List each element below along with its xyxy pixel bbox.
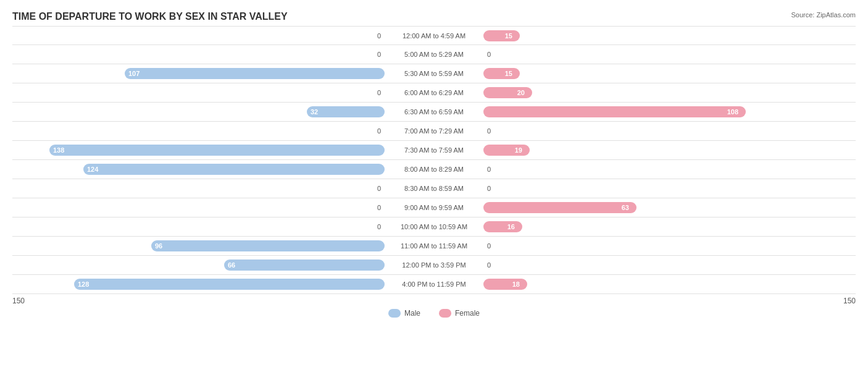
time-label: 7:00 AM to 7:29 AM: [385, 127, 483, 135]
time-label: 4:00 PM to 11:59 PM: [385, 281, 483, 288]
right-section: 0: [483, 45, 856, 64]
left-section: 0: [12, 83, 385, 102]
male-zero-value: 0: [377, 185, 381, 192]
male-bar-value: 66: [224, 261, 239, 269]
female-bar: 108: [483, 106, 746, 117]
female-bar: 63: [483, 202, 636, 213]
male-bar-value: 107: [125, 70, 143, 77]
right-section: 0: [483, 237, 856, 255]
axis-right-value: 150: [483, 297, 856, 305]
male-bar: 138: [49, 145, 385, 156]
right-section: 19: [483, 141, 856, 159]
female-zero-value: 0: [487, 261, 491, 269]
female-bar: 16: [483, 221, 522, 232]
chart-container: TIME OF DEPARTURE TO WORK BY SEX IN STAR…: [0, 0, 868, 367]
male-bar: 32: [307, 106, 385, 117]
axis-labels: 150 150: [12, 297, 856, 305]
chart-area: 012:00 AM to 4:59 AM1505:00 AM to 5:29 A…: [12, 26, 856, 294]
time-label: 9:00 AM to 9:59 AM: [385, 204, 483, 211]
chart-title: TIME OF DEPARTURE TO WORK BY SEX IN STAR…: [12, 11, 856, 22]
legend-female-box: [439, 309, 451, 318]
bar-row: 09:00 AM to 9:59 AM63: [12, 198, 856, 217]
male-zero-value: 0: [377, 223, 381, 230]
legend-male-label: Male: [404, 309, 420, 318]
bar-row: 6612:00 PM to 3:59 PM0: [12, 256, 856, 275]
time-label: 7:30 AM to 7:59 AM: [385, 146, 483, 154]
male-bar: 107: [125, 68, 385, 79]
male-zero-value: 0: [377, 32, 381, 40]
right-section: 0: [483, 122, 856, 140]
left-section: 128: [12, 275, 385, 293]
left-section: 138: [12, 141, 385, 159]
bar-row: 1248:00 AM to 8:29 AM0: [12, 160, 856, 179]
female-zero-value: 0: [487, 185, 491, 192]
bar-row: 010:00 AM to 10:59 AM16: [12, 217, 856, 237]
left-section: 0: [12, 217, 385, 236]
bar-row: 326:30 AM to 6:59 AM108: [12, 103, 856, 122]
left-section: 96: [12, 237, 385, 255]
male-zero-value: 0: [377, 89, 381, 96]
right-section: 63: [483, 198, 856, 217]
legend-female-label: Female: [455, 309, 480, 318]
time-label: 8:00 AM to 8:29 AM: [385, 166, 483, 173]
female-zero-value: 0: [487, 242, 491, 250]
source-text: Source: ZipAtlas.com: [791, 11, 856, 19]
right-section: 0: [483, 160, 856, 179]
bar-row: 08:30 AM to 8:59 AM0: [12, 179, 856, 198]
bar-row: 05:00 AM to 5:29 AM0: [12, 45, 856, 64]
left-section: 66: [12, 256, 385, 274]
male-bar-value: 138: [49, 146, 68, 154]
female-bar-value: 16: [504, 223, 519, 230]
left-section: 0: [12, 45, 385, 64]
female-zero-value: 0: [487, 166, 491, 173]
left-section: 124: [12, 160, 385, 179]
bar-row: 012:00 AM to 4:59 AM15: [12, 26, 856, 45]
bar-row: 1075:30 AM to 5:59 AM15: [12, 64, 856, 83]
time-label: 12:00 PM to 3:59 PM: [385, 261, 483, 269]
female-bar-value: 108: [724, 108, 742, 116]
female-zero-value: 0: [487, 51, 491, 58]
female-bar: 18: [483, 279, 527, 290]
female-bar: 19: [483, 145, 530, 156]
male-bar-value: 32: [307, 108, 322, 116]
male-bar: 128: [74, 279, 385, 290]
left-section: 0: [12, 27, 385, 44]
female-zero-value: 0: [487, 127, 491, 135]
bar-row: 07:00 AM to 7:29 AM0: [12, 122, 856, 141]
time-label: 6:30 AM to 6:59 AM: [385, 108, 483, 116]
female-bar: 15: [483, 30, 520, 41]
female-bar-value: 19: [511, 146, 526, 154]
legend: Male Female: [12, 309, 856, 318]
female-bar: 15: [483, 68, 520, 79]
legend-male-box: [388, 309, 401, 318]
female-bar-value: 63: [618, 204, 633, 211]
male-bar-value: 124: [83, 166, 102, 173]
male-bar-value: 128: [74, 281, 93, 288]
male-bar: 124: [83, 164, 385, 175]
right-section: 0: [483, 256, 856, 274]
bar-row: 1387:30 AM to 7:59 AM19: [12, 141, 856, 160]
time-label: 8:30 AM to 8:59 AM: [385, 185, 483, 192]
male-zero-value: 0: [377, 204, 381, 211]
left-section: 107: [12, 64, 385, 83]
legend-female: Female: [439, 309, 480, 318]
time-label: 11:00 AM to 11:59 AM: [385, 242, 483, 250]
time-label: 12:00 AM to 4:59 AM: [385, 32, 483, 40]
male-bar: 96: [151, 240, 385, 251]
bar-row: 9611:00 AM to 11:59 AM0: [12, 237, 856, 256]
bar-row: 1284:00 PM to 11:59 PM18: [12, 275, 856, 294]
male-zero-value: 0: [377, 51, 381, 58]
left-section: 0: [12, 179, 385, 198]
axis-left-value: 150: [12, 297, 385, 305]
left-section: 0: [12, 198, 385, 217]
time-label: 5:30 AM to 5:59 AM: [385, 70, 483, 77]
time-label: 10:00 AM to 10:59 AM: [385, 223, 483, 230]
legend-male: Male: [388, 309, 420, 318]
right-section: 16: [483, 217, 856, 236]
bar-row: 06:00 AM to 6:29 AM20: [12, 83, 856, 103]
female-bar-value: 15: [501, 70, 516, 77]
female-bar-value: 15: [501, 32, 516, 40]
time-label: 6:00 AM to 6:29 AM: [385, 89, 483, 96]
female-bar-value: 18: [509, 281, 524, 288]
male-zero-value: 0: [377, 127, 381, 135]
